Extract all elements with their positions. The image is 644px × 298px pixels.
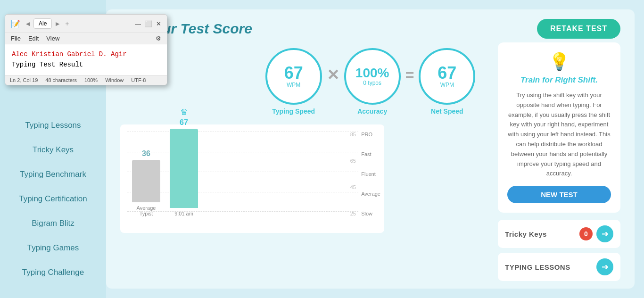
bar-gray xyxy=(132,160,160,202)
typing-lessons-action-row: TYPING LESSONS ➔ xyxy=(498,253,620,281)
accuracy-col: 100% 0 typos Accuracy xyxy=(344,48,401,115)
notepad-window: 📝 ◀ Ale ▶ + — ⬜ ✕ File Edit View ⚙ Alec … xyxy=(5,14,167,85)
right-panel: 💡 Train for Right Shift. Try using the s… xyxy=(498,42,620,286)
notepad-menubar: File Edit View ⚙ xyxy=(5,33,167,44)
notepad-menu-left: File Edit View xyxy=(11,35,59,42)
multiply-operator: ✕ xyxy=(327,66,339,84)
net-speed-unit: WPM xyxy=(440,82,454,88)
bar-label-current: 9:01 am xyxy=(174,211,193,216)
tip-title: Train for Right Shift. xyxy=(507,75,611,85)
notepad-zoom: 100% xyxy=(84,77,98,83)
notepad-maximize-button[interactable]: ⬜ xyxy=(145,20,152,27)
sidebar-item-typing-lessons[interactable]: Typing Lessons xyxy=(0,113,106,138)
notepad-controls: — ⬜ ✕ xyxy=(135,20,161,27)
notepad-minimize-button[interactable]: — xyxy=(135,20,141,27)
header: ⌨ Your Test Score RETAKE TEST xyxy=(120,19,620,39)
notepad-content: Alec Kristian Gabriel D. Agir Typing Tes… xyxy=(5,44,167,75)
notepad-close-button[interactable]: ✕ xyxy=(156,20,161,27)
chart-area: 36 AverageTypist ♛ 67 9:01 am PRO Fast F… xyxy=(120,124,384,233)
tricky-keys-badge: 0 xyxy=(579,227,593,240)
tricky-keys-arrow[interactable]: ➔ xyxy=(596,225,613,242)
notepad-add-tab[interactable]: + xyxy=(65,20,69,27)
notepad-format: Window xyxy=(105,77,124,83)
typing-speed-unit: WPM xyxy=(287,82,300,88)
sidebar-item-bigram-blitz[interactable]: Bigram Blitz xyxy=(0,211,106,236)
bar-current-test: ♛ 67 9:01 am xyxy=(170,107,198,216)
notepad-title-left: 📝 ◀ Ale ▶ + xyxy=(11,18,69,29)
bar-label-average: AverageTypist xyxy=(137,205,156,216)
sidebar-item-typing-games[interactable]: Typing Games xyxy=(0,236,106,260)
net-speed-col: 67 WPM Net Speed xyxy=(419,48,475,115)
notepad-line1: Alec Kristian Gabriel D. Agir xyxy=(12,49,160,59)
typing-lessons-action-label: TYPING LESSONS xyxy=(505,263,570,271)
notepad-nav-prev[interactable]: ◀ xyxy=(24,20,32,28)
typing-lessons-arrow[interactable]: ➔ xyxy=(596,258,613,275)
accuracy-circle: 100% 0 typos xyxy=(344,48,401,105)
notepad-menu-file[interactable]: File xyxy=(11,35,21,42)
notepad-tab[interactable]: Ale xyxy=(33,18,52,29)
sidebar-item-typing-benchmark[interactable]: Typing Benchmark xyxy=(0,162,106,187)
equals-operator: = xyxy=(405,66,414,84)
lightbulb-icon: 💡 xyxy=(507,52,611,72)
notepad-nav-next[interactable]: ▶ xyxy=(54,20,61,28)
sidebar-item-typing-certification[interactable]: Typing Certification xyxy=(0,187,106,211)
notepad-statusbar: Ln 2, Col 19 48 characters 100% Window U… xyxy=(5,75,167,85)
accuracy-label: Accuracy xyxy=(357,108,387,115)
notepad-encoding: UTF-8 xyxy=(131,77,146,83)
tricky-keys-action-label: Tricky Keys xyxy=(505,230,547,238)
tricky-keys-action-right: 0 ➔ xyxy=(579,225,613,242)
main-content: ⌨ Your Test Score RETAKE TEST 67 WPM Typ… xyxy=(106,9,635,289)
sidebar-item-tricky-keys[interactable]: Tricky Keys xyxy=(0,138,106,162)
typing-speed-label: Typing Speed xyxy=(272,108,315,115)
retake-test-button[interactable]: RETAKE TEST xyxy=(537,19,620,39)
bar-value-current: 67 xyxy=(180,118,188,127)
bottom-section: 36 AverageTypist ♛ 67 9:01 am PRO Fast F… xyxy=(120,124,620,233)
notepad-cursor-pos: Ln 2, Col 19 xyxy=(10,77,38,83)
notepad-nav: ◀ Ale ▶ xyxy=(24,18,61,29)
tricky-keys-action-row: Tricky Keys 0 ➔ xyxy=(498,220,620,248)
accuracy-subtext: 0 typos xyxy=(363,80,381,86)
notepad-menu-edit[interactable]: Edit xyxy=(28,35,39,42)
tip-text: Try using the shift key with your opposi… xyxy=(507,91,611,179)
typing-speed-value: 67 xyxy=(284,65,303,82)
net-speed-label: Net Speed xyxy=(431,108,463,115)
tip-card: 💡 Train for Right Shift. Try using the s… xyxy=(498,42,620,213)
bar-average-typist: 36 AverageTypist xyxy=(132,149,160,216)
bar-value-average: 36 xyxy=(142,149,150,158)
sidebar-item-typing-challenge[interactable]: Typing Challenge xyxy=(0,260,106,285)
accuracy-value: 100% xyxy=(355,66,389,80)
notepad-menu-view[interactable]: View xyxy=(46,35,59,42)
notepad-line2: Typing Test Result xyxy=(12,59,160,70)
notepad-titlebar: 📝 ◀ Ale ▶ + — ⬜ ✕ xyxy=(5,15,167,33)
bar-teal xyxy=(170,129,198,208)
new-test-button[interactable]: NEW TEST xyxy=(507,186,611,203)
notepad-char-count: 48 characters xyxy=(45,77,77,83)
typing-speed-circle: 67 WPM xyxy=(265,48,322,105)
notepad-menu-settings[interactable]: ⚙ xyxy=(156,35,161,42)
notepad-app-icon: 📝 xyxy=(11,19,20,28)
typing-lessons-action-right: ➔ xyxy=(596,258,613,275)
net-speed-circle: 67 WPM xyxy=(419,48,475,105)
typing-speed-col: 67 WPM Typing Speed xyxy=(265,48,322,115)
net-speed-value: 67 xyxy=(438,65,456,82)
crown-icon: ♛ xyxy=(180,107,188,117)
